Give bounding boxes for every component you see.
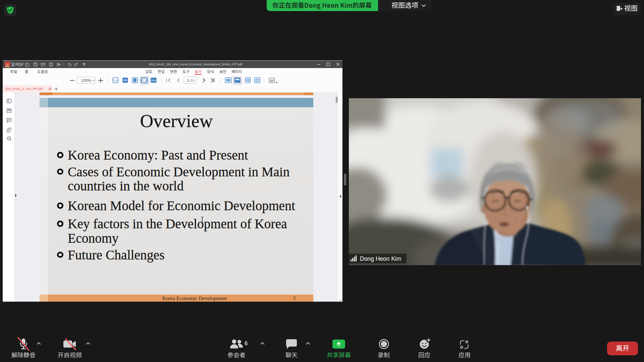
svg-text:1: 1 [187, 78, 189, 82]
svg-text:1:1: 1:1 [114, 79, 118, 82]
svg-text:120%: 120% [81, 78, 91, 82]
svg-text:/49: /49 [189, 78, 195, 82]
svg-text:FULL: FULL [151, 79, 156, 81]
